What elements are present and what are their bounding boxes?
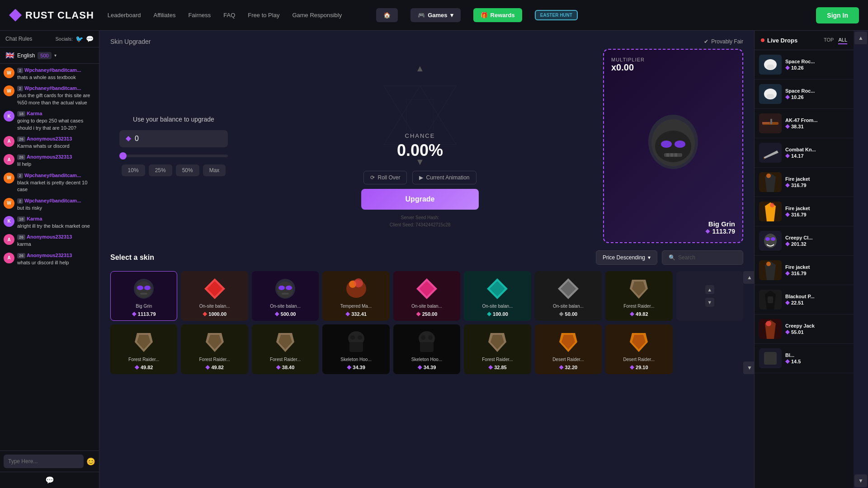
nav-link-free-to-play[interactable]: Free to Play (248, 12, 279, 19)
drop-item[interactable]: Blackout P... 22.51 (755, 285, 854, 314)
slider-thumb[interactable] (119, 152, 127, 160)
search-box[interactable]: 🔍 Search (662, 250, 743, 265)
skin-card[interactable]: Skeleton Hoo... 34.39 (393, 324, 460, 374)
scroll-up-button[interactable]: ▲ (743, 271, 754, 284)
drop-item[interactable]: Fire jacket 316.79 (755, 168, 854, 197)
skin-card[interactable]: Desert Raider... 32.20 (535, 324, 602, 374)
skin-card-name: On-site balan... (539, 304, 598, 309)
level-badge: 26 (17, 155, 25, 160)
svg-point-7 (675, 141, 685, 148)
rewards-button[interactable]: 🎁 Rewards (473, 8, 522, 22)
level-badge: 2 (17, 198, 23, 204)
balance-slider[interactable] (119, 155, 228, 157)
nav-link-game-responsibly[interactable]: Game Responsibly (292, 12, 342, 19)
chat-avatar: W (4, 85, 14, 96)
skin-card[interactable]: Forest Raider... 49.82 (181, 324, 248, 374)
scroll-up-btn[interactable]: ▲ (705, 285, 714, 294)
drop-item-price: 316.79 (785, 271, 849, 276)
skin-card[interactable]: On-site balan... 50.00 (535, 271, 602, 321)
pct-50-button[interactable]: 50% (176, 164, 199, 176)
home-button[interactable]: 🏠 (376, 8, 398, 22)
drops-scroll-up-button[interactable]: ▲ (854, 32, 867, 44)
skin-card-name: On-site balan... (468, 304, 527, 309)
provably-fair[interactable]: ✔ Provably Fair (704, 38, 743, 45)
emoji-button[interactable]: 😊 (86, 457, 95, 466)
drops-tab-all[interactable]: ALL (838, 36, 847, 44)
svg-point-20 (277, 282, 293, 298)
skin-card[interactable]: On-site balan... 1000.00 (181, 271, 248, 321)
pct-max-button[interactable]: Max (203, 164, 226, 176)
nav-link-leaderboard[interactable]: Leaderboard (108, 12, 141, 19)
pct-10-button[interactable]: 10% (122, 164, 145, 176)
skin-card[interactable]: Big Grin 1113.79 (110, 271, 177, 321)
twitter-icon[interactable]: 🐦 (75, 35, 83, 42)
skin-card[interactable]: On-site balan... 100.00 (464, 271, 531, 321)
drop-price-icon (785, 242, 790, 246)
svg-rect-58 (764, 352, 777, 365)
drop-item[interactable]: Creepy Cl... 201.32 (755, 226, 854, 256)
chat-language-selector[interactable]: 🇬🇧 English 500 ▾ (0, 47, 99, 64)
skin-card[interactable]: Tempered Ma... 332.41 (322, 271, 389, 321)
chat-message: A 26Anonymous232313 lil help (4, 154, 95, 168)
animation-button[interactable]: ▶ Current Animation (412, 171, 476, 184)
chat-message-content: 18Karma going to depo 250 what cases sho… (17, 111, 95, 131)
discord-icon[interactable]: 💬 (86, 35, 94, 42)
scroll-down-button[interactable]: ▼ (743, 361, 754, 374)
skin-card[interactable]: Forest Raider... 49.82 (110, 324, 177, 374)
wheel-up-arrow[interactable]: ▲ (415, 63, 425, 74)
drops-tab-top[interactable]: TOP (824, 36, 834, 44)
skin-card[interactable]: Desert Raider... 29.10 (605, 324, 672, 374)
games-chevron-icon: ▾ (450, 12, 453, 19)
skin-card[interactable]: On-site balan... 250.00 (393, 271, 460, 321)
chat-rules-button[interactable]: Chat Rules (5, 36, 32, 42)
chat-avatar: A (4, 234, 14, 245)
roll-over-button[interactable]: ⟳ Roll Over (363, 171, 407, 184)
nav-link-affiliates[interactable]: Affiliates (154, 12, 176, 19)
skin-card-image (269, 276, 301, 301)
drop-item[interactable]: Space Roc... 10.26 (755, 50, 854, 80)
drop-item-info: Blackout P... 22.51 (785, 294, 849, 305)
drops-scroll-down-button[interactable]: ▼ (854, 474, 867, 487)
balance-value: 0 (135, 135, 139, 143)
drop-item[interactable]: AK-47 From... 38.31 (755, 109, 854, 138)
svg-rect-38 (420, 342, 434, 352)
chat-message: W 2Wpchaney#banditcam... thats a whole a… (4, 67, 95, 81)
svg-rect-16 (140, 293, 147, 295)
chat-message-content: 18Karma alright ill try the black market… (17, 216, 95, 230)
skin-card[interactable]: On-site balan... 500.00 (252, 271, 319, 321)
svg-marker-28 (419, 281, 434, 296)
logo[interactable]: RUST CLASH (9, 9, 94, 22)
chat-input[interactable] (4, 455, 84, 468)
skin-card[interactable]: Forest Raider... 32.85 (464, 324, 531, 374)
drop-price-icon (785, 154, 790, 158)
upgrade-button[interactable]: Upgrade (361, 189, 479, 210)
skin-card-price: 29.10 (630, 365, 648, 370)
drop-item-image (759, 55, 782, 75)
easter-hunt-button[interactable]: EASTER HUNT (535, 10, 578, 20)
nav-link-fairness[interactable]: Fairness (188, 12, 211, 19)
drop-price-icon (785, 183, 790, 188)
skin-card-name: Forest Raider... (114, 357, 173, 362)
search-icon: 🔍 (669, 254, 675, 261)
price-icon (203, 312, 207, 316)
drop-item[interactable]: Bl... 14.5 (755, 344, 854, 373)
chat-messages: W 2Wpchaney#banditcam... thats a whole a… (0, 64, 99, 450)
drop-item[interactable]: Space Roc... 10.26 (755, 80, 854, 109)
drop-item[interactable]: Creepy Jack 55.01 (755, 314, 854, 344)
sign-in-button[interactable]: Sign In (816, 7, 859, 23)
svg-point-51 (770, 203, 774, 207)
drop-item[interactable]: Fire jacket 316.79 (755, 197, 854, 226)
skin-card[interactable]: Forest Raider... 49.82 (605, 271, 672, 321)
sort-dropdown[interactable]: Price Descending ▾ (596, 250, 657, 265)
drop-item[interactable]: Fire jacket 316.79 (755, 256, 854, 285)
chat-message-content: 26Anonymous232313 whats ur discord ill h… (17, 253, 95, 266)
skin-card[interactable]: Forest Raider... 38.40 (252, 324, 319, 374)
drop-item-price: 55.01 (785, 329, 849, 335)
skin-card[interactable]: Skeleton Hoo... 34.39 (322, 324, 389, 374)
nav-link-faq[interactable]: FAQ (223, 12, 235, 19)
drop-item-name: Creepy Cl... (785, 235, 849, 240)
pct-25-button[interactable]: 25% (149, 164, 172, 176)
games-button[interactable]: 🎮 Games ▾ (410, 8, 460, 22)
drop-item[interactable]: Combat Kn... 14.17 (755, 138, 854, 168)
scroll-down-btn[interactable]: ▼ (705, 298, 714, 307)
